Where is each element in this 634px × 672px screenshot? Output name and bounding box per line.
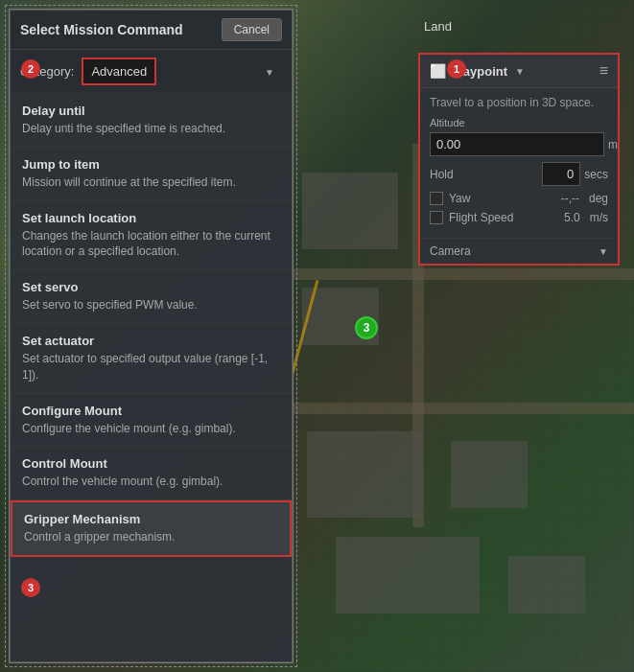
category-select-wrapper: Advanced	[82, 58, 282, 85]
yaw-checkbox[interactable]	[430, 192, 443, 205]
command-desc: Configure the vehicle mount (e.g. gimbal…	[22, 421, 280, 437]
map-road	[288, 268, 634, 280]
altitude-row: m	[430, 132, 608, 156]
flight-speed-value: 5.0	[564, 211, 580, 224]
camera-dropdown-arrow: ▼	[599, 246, 608, 257]
command-item[interactable]: Control MountControl the vehicle mount (…	[11, 447, 292, 500]
command-item[interactable]: Set actuatorSet actuator to specified ou…	[11, 324, 292, 394]
command-name: Control Mount	[22, 456, 280, 471]
camera-row[interactable]: Camera ▼	[420, 238, 618, 264]
flight-speed-row: Flight Speed 5.0 m/s	[430, 211, 608, 224]
map-building	[508, 556, 585, 614]
hold-input[interactable]	[542, 162, 580, 186]
flight-speed-unit: m/s	[590, 211, 608, 224]
waypoint-desc: Travel to a position in 3D space.	[430, 96, 608, 109]
command-item[interactable]: Set launch locationChanges the launch lo…	[11, 201, 292, 271]
altitude-unit: m	[608, 138, 618, 151]
waypoint-dropdown-arrow[interactable]: ▼	[515, 66, 525, 77]
command-name: Set actuator	[22, 334, 280, 348]
yaw-value: --,--	[561, 192, 579, 205]
altitude-label: Altitude	[430, 117, 608, 128]
command-name: Configure Mount	[22, 404, 280, 418]
command-desc: Set servo to specified PWM value.	[22, 297, 280, 313]
waypoint-title-group: ⬜ Waypoint ▼	[430, 63, 525, 79]
camera-label: Camera	[430, 244, 471, 258]
command-desc: Changes the launch location either to th…	[22, 228, 280, 261]
category-row: Category: Advanced	[11, 50, 292, 94]
hold-label: Hold	[430, 168, 538, 181]
command-name: Delay until	[22, 104, 280, 118]
command-desc: Control the vehicle mount (e.g. gimbal).	[22, 474, 280, 490]
map-building	[302, 173, 398, 249]
menu-icon[interactable]: ≡	[599, 62, 608, 80]
command-name: Gripper Mechanism	[24, 512, 278, 526]
yaw-label: Yaw	[449, 192, 555, 205]
commands-list: Delay untilDelay unti the specified time…	[11, 94, 292, 661]
command-desc: Delay unti the specified time is reached…	[22, 121, 280, 137]
command-item[interactable]: Jump to itemMission will continue at the…	[11, 148, 292, 201]
command-name: Set launch location	[22, 211, 280, 225]
command-item[interactable]: Delay untilDelay unti the specified time…	[11, 94, 292, 148]
command-item[interactable]: Set servoSet servo to specified PWM valu…	[11, 270, 292, 324]
flight-speed-checkbox[interactable]	[430, 211, 443, 224]
map-building	[336, 537, 480, 614]
map-building	[307, 431, 422, 518]
yaw-unit: deg	[589, 192, 608, 205]
command-desc: Mission will continue at the specified i…	[22, 174, 280, 191]
flight-speed-label: Flight Speed	[449, 211, 558, 224]
command-item[interactable]: Configure MountConfigure the vehicle mou…	[11, 394, 292, 448]
category-select[interactable]: Advanced	[82, 58, 156, 85]
dialog-header: Select Mission Command Cancel	[11, 11, 292, 50]
command-name: Set servo	[22, 280, 280, 294]
waypoint-marker[interactable]: 3	[355, 316, 378, 339]
command-desc: Control a gripper mechanism.	[24, 529, 278, 545]
badge-1: 1	[447, 59, 466, 79]
select-mission-dialog: Select Mission Command Cancel Category: …	[10, 10, 293, 662]
dialog-title: Select Mission Command	[20, 22, 183, 37]
map-building	[451, 441, 528, 508]
altitude-input[interactable]	[430, 132, 604, 156]
hold-row: Hold secs	[430, 162, 608, 186]
command-name: Jump to item	[22, 157, 280, 172]
command-item[interactable]: Gripper MechanismControl a gripper mecha…	[11, 500, 292, 557]
waypoint-panel: ⬜ Waypoint ▼ ≡ Travel to a position in 3…	[418, 53, 620, 266]
yaw-row: Yaw --,-- deg	[430, 192, 608, 205]
badge-2: 2	[21, 59, 40, 79]
land-label: Land	[424, 19, 452, 34]
cancel-button[interactable]: Cancel	[222, 18, 282, 41]
hold-unit: secs	[584, 168, 608, 181]
waypoint-body: Travel to a position in 3D space. Altitu…	[420, 88, 618, 238]
map-road	[288, 403, 634, 414]
waypoint-icon: ⬜	[430, 63, 446, 79]
command-desc: Set actuator to specified output value (…	[22, 351, 280, 383]
badge-3: 3	[21, 578, 40, 597]
